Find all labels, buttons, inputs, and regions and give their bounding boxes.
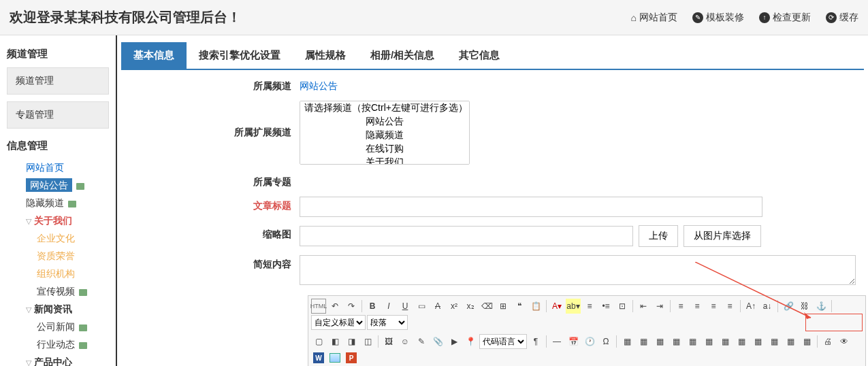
select-option[interactable]: 网站公告 <box>300 115 469 129</box>
bold-button[interactable]: B <box>365 299 380 314</box>
insert-row-button[interactable]: ▦ <box>652 334 667 349</box>
scrawl-button[interactable]: ✎ <box>414 334 429 349</box>
insert-ol-button[interactable]: ≡ <box>582 299 597 314</box>
align-right-button[interactable]: ≡ <box>706 299 721 314</box>
image-left-button[interactable]: ◧ <box>327 334 342 349</box>
underline-button[interactable]: U <box>398 299 413 314</box>
collapse-icon[interactable]: ▽ <box>26 217 31 225</box>
select-option[interactable]: 关于我们 <box>300 156 469 165</box>
ext-channel-select[interactable]: 请选择频道（按Ctrl+左键可进行多选） 网站公告 隐藏频道 在线订购 关于我们… <box>300 101 470 165</box>
image-center-button[interactable]: ◫ <box>360 334 375 349</box>
image-none-button[interactable]: ▢ <box>311 334 326 349</box>
hr-button[interactable]: — <box>549 334 564 349</box>
outdent-button[interactable]: ⇤ <box>636 299 651 314</box>
paragraph-select[interactable]: 段落 <box>367 315 408 330</box>
collapse-icon[interactable]: ▽ <box>26 359 31 366</box>
select-option[interactable]: 在线订购 <box>300 142 469 156</box>
indent-button[interactable]: ⇥ <box>652 299 667 314</box>
tab-attr[interactable]: 属性规格 <box>293 42 358 69</box>
tree-about[interactable]: 关于我们 <box>34 215 72 226</box>
preview-button[interactable]: 👁 <box>837 334 852 349</box>
link-button[interactable]: 🔗 <box>781 299 796 314</box>
tab-basic[interactable]: 基本信息 <box>121 42 187 69</box>
tree-announce[interactable]: 网站公告 <box>26 178 72 192</box>
tree-org[interactable]: 组织机构 <box>37 268 75 279</box>
spechars-button[interactable]: Ω <box>598 334 613 349</box>
tree-honor[interactable]: 资质荣誉 <box>37 250 75 261</box>
brief-textarea[interactable] <box>300 255 856 285</box>
insert-col-button[interactable]: ▦ <box>685 334 700 349</box>
backcolor-button[interactable]: ab▾ <box>566 299 581 314</box>
autotypeset-button[interactable]: ⊞ <box>496 299 511 314</box>
tree-hidden[interactable]: 隐藏频道 <box>26 197 64 208</box>
uppercase-button[interactable]: A↑ <box>743 299 758 314</box>
blockquote-button[interactable]: ❝ <box>512 299 527 314</box>
tree-culture[interactable]: 企业文化 <box>37 233 75 244</box>
lowercase-button[interactable]: a↓ <box>760 299 775 314</box>
tab-other[interactable]: 其它信息 <box>447 42 512 69</box>
tab-album[interactable]: 相册/相关信息 <box>358 42 447 69</box>
insert-ul-button[interactable]: •≡ <box>598 299 613 314</box>
align-left-button[interactable]: ≡ <box>673 299 688 314</box>
link-site-home[interactable]: ⌂ 网站首页 <box>631 12 677 24</box>
tree-products[interactable]: 产品中心 <box>34 356 72 366</box>
link-cache[interactable]: ⟳ 缓存 <box>826 12 858 24</box>
tree-home[interactable]: 网站首页 <box>26 162 64 173</box>
unlink-button[interactable]: ⛓ <box>797 299 812 314</box>
anchor-button[interactable]: ⚓ <box>814 299 829 314</box>
merge-down-button[interactable]: ▦ <box>750 334 765 349</box>
image-paste-button[interactable] <box>327 350 342 365</box>
source-button[interactable]: HTML <box>311 299 326 314</box>
thumb-input[interactable] <box>300 226 633 246</box>
merge-cells-button[interactable]: ▦ <box>718 334 733 349</box>
delete-row-button[interactable]: ▦ <box>669 334 684 349</box>
delete-col-button[interactable]: ▦ <box>701 334 716 349</box>
ppt-paste-button[interactable]: P <box>344 350 359 365</box>
library-button[interactable]: 从图片库选择 <box>684 225 761 247</box>
insert-image-button[interactable]: 🖼 <box>381 334 396 349</box>
merge-right-button[interactable]: ▦ <box>734 334 749 349</box>
split-cells-button[interactable]: ▦ <box>767 334 782 349</box>
split-cols-button[interactable]: ▦ <box>799 334 814 349</box>
heading-select[interactable]: 自定义标题 <box>311 315 366 330</box>
align-center-button[interactable]: ≡ <box>690 299 705 314</box>
insert-table-button[interactable]: ▦ <box>620 334 634 349</box>
pagebreak-button[interactable]: ¶ <box>528 334 543 349</box>
tab-seo[interactable]: 搜索引擎优化设置 <box>187 42 293 69</box>
forecolor-button[interactable]: A▾ <box>549 299 564 314</box>
topic-manage-button[interactable]: 专题管理 <box>7 101 109 129</box>
clear-format-button[interactable]: ⌫ <box>479 299 494 314</box>
delete-table-button[interactable]: ▦ <box>636 334 651 349</box>
tree-video[interactable]: 宣传视频 <box>37 286 75 297</box>
title-input[interactable] <box>300 197 762 217</box>
date-button[interactable]: 📅 <box>566 334 581 349</box>
image-right-button[interactable]: ◨ <box>344 334 359 349</box>
tree-industry-news[interactable]: 行业动态 <box>37 339 75 350</box>
undo-button[interactable]: ↶ <box>327 299 342 314</box>
code-select[interactable]: 代码语言 <box>479 334 527 349</box>
tree-company-news[interactable]: 公司新闻 <box>37 321 75 332</box>
attachment-button[interactable]: 📎 <box>430 334 445 349</box>
time-button[interactable]: 🕐 <box>582 334 597 349</box>
emotion-button[interactable]: ☺ <box>398 334 413 349</box>
select-option[interactable]: 隐藏频道 <box>300 129 469 142</box>
link-update[interactable]: ↑ 检查更新 <box>759 12 811 24</box>
strike-button[interactable]: A <box>430 299 445 314</box>
insert-video-button[interactable]: ▶ <box>447 334 462 349</box>
collapse-icon[interactable]: ▽ <box>26 305 31 314</box>
align-justify-button[interactable]: ≡ <box>722 299 737 314</box>
upload-button[interactable]: 上传 <box>639 225 678 247</box>
word-paste-button[interactable]: W <box>311 350 326 365</box>
italic-button[interactable]: I <box>381 299 396 314</box>
font-border-button[interactable]: ▭ <box>414 299 429 314</box>
link-template[interactable]: ✎ 模板装修 <box>692 12 744 24</box>
superscript-button[interactable]: x² <box>447 299 462 314</box>
tree-news[interactable]: 新闻资讯 <box>34 303 72 314</box>
print-button[interactable]: 🖨 <box>820 334 835 349</box>
select-option[interactable]: 请选择频道（按Ctrl+左键可进行多选） <box>300 101 469 115</box>
split-rows-button[interactable]: ▦ <box>783 334 798 349</box>
subscript-button[interactable]: x₂ <box>463 299 478 314</box>
channel-manage-button[interactable]: 频道管理 <box>7 67 109 95</box>
select-all-button[interactable]: ⊡ <box>615 299 630 314</box>
map-button[interactable]: 📍 <box>463 334 478 349</box>
